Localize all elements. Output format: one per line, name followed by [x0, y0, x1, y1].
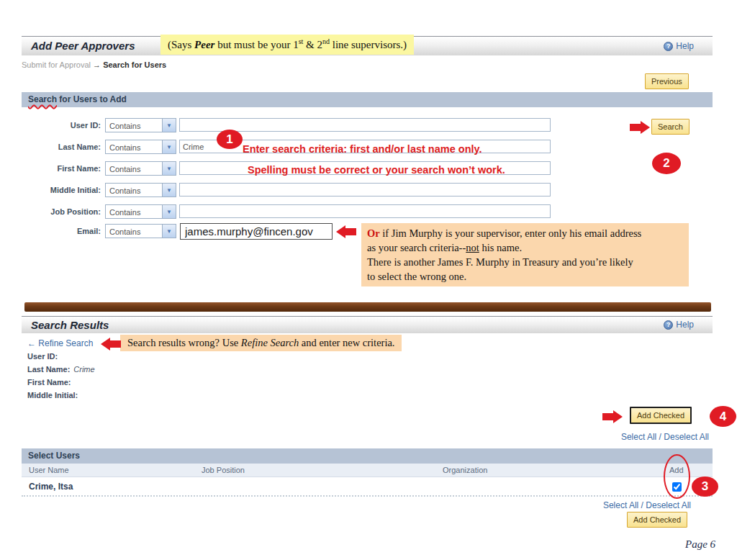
- email-operator-select[interactable]: Contains ▼: [105, 224, 176, 238]
- field-label-job-position: Job Position:: [22, 207, 101, 216]
- chevron-down-icon: ▼: [162, 119, 176, 132]
- results-title-bar: Search Results ? Help: [22, 316, 713, 333]
- field-label-user-id: User ID:: [22, 121, 101, 130]
- table-row: Crime, Itsa: [22, 477, 713, 496]
- criteria-first-name: First Name:: [27, 378, 75, 387]
- slide-divider-bar: [24, 302, 711, 312]
- section-title-first-word: Search: [28, 94, 57, 104]
- last-name-operator-select[interactable]: Contains ▼: [105, 140, 176, 154]
- checkbox-circle-annotation: [664, 454, 690, 499]
- page-number: Page 6: [685, 538, 715, 551]
- job-position-operator-select[interactable]: Contains ▼: [105, 204, 176, 219]
- select-all-link[interactable]: Select All: [621, 432, 656, 442]
- step-3-badge: 3: [692, 477, 718, 497]
- add-checked-button-top[interactable]: Add Checked: [630, 407, 692, 424]
- criteria-last-name: Last Name:Crime: [27, 365, 95, 374]
- middle-initial-operator-select[interactable]: Contains ▼: [105, 183, 176, 197]
- help-icon: ?: [664, 320, 673, 330]
- criteria-middle-initial: Middle Initial:: [27, 391, 81, 399]
- email-arrow-annotation: [336, 225, 356, 238]
- section-title-rest: for Users to Add: [57, 94, 127, 104]
- criteria-user-id: User ID:: [27, 352, 61, 361]
- breadcrumb-parent: Submit for Approval: [22, 60, 91, 69]
- middle-initial-input[interactable]: [179, 183, 551, 197]
- field-label-first-name: First Name:: [22, 164, 101, 173]
- col-header-user-name: User Name: [29, 466, 69, 474]
- help-label: Help: [676, 41, 694, 51]
- email-input[interactable]: [180, 223, 333, 240]
- chevron-down-icon: ▼: [162, 140, 176, 153]
- page-title: Add Peer Approvers: [31, 40, 135, 52]
- user-id-input[interactable]: [179, 118, 551, 132]
- search-users-section-header: Search for Users to Add: [22, 92, 713, 107]
- select-all-link[interactable]: Select All: [603, 500, 638, 510]
- link-separator: /: [638, 500, 646, 510]
- chevron-down-icon: ▼: [162, 162, 176, 175]
- search-button[interactable]: Search: [651, 119, 689, 135]
- help-icon: ?: [664, 42, 673, 51]
- results-help-link[interactable]: ? Help: [664, 320, 694, 330]
- step-1-badge: 1: [217, 130, 243, 149]
- deselect-all-link[interactable]: Deselect All: [664, 432, 709, 442]
- field-label-middle-initial: Middle Initial:: [22, 186, 101, 194]
- select-links-bottom: Select All / Deselect All: [576, 500, 691, 510]
- slide-canvas: Add Peer Approvers ? Help (Says Peer but…: [0, 0, 737, 560]
- email-supervisor-annotation: Or if Jim Murphy is your supervisor, ent…: [361, 223, 689, 286]
- help-label: Help: [676, 320, 694, 330]
- step-2-badge: 2: [652, 153, 681, 174]
- refine-search-annotation: Search results wrong? Use Refine Search …: [120, 335, 402, 351]
- refine-search-link[interactable]: ← Refine Search: [27, 338, 93, 348]
- first-name-operator-select[interactable]: Contains ▼: [105, 161, 176, 176]
- select-links-top: Select All / Deselect All: [594, 432, 709, 442]
- job-position-input[interactable]: [179, 204, 551, 218]
- results-title: Search Results: [31, 319, 109, 331]
- breadcrumb-arrow: →: [93, 60, 101, 69]
- chevron-down-icon: ▼: [162, 205, 176, 218]
- deselect-all-link[interactable]: Deselect All: [646, 500, 691, 510]
- help-link[interactable]: ? Help: [664, 41, 694, 51]
- row-separator: [22, 495, 713, 497]
- results-table-header-row: User Name Job Position Organization Add: [22, 464, 713, 477]
- add-checked-arrow-annotation: [602, 410, 623, 423]
- search-arrow-annotation: [630, 121, 650, 134]
- previous-button[interactable]: Previous: [645, 73, 689, 89]
- step-4-badge: 4: [710, 406, 736, 427]
- field-label-email: Email:: [22, 227, 101, 235]
- col-header-job-position: Job Position: [202, 466, 245, 474]
- add-checked-button-bottom[interactable]: Add Checked: [627, 512, 687, 528]
- peer-supervisors-annotation: (Says Peer but must be your 1st & 2nd li…: [160, 35, 414, 55]
- select-users-section-header: Select Users: [22, 448, 713, 464]
- field-label-last-name: Last Name:: [22, 143, 101, 151]
- col-header-organization: Organization: [443, 466, 487, 474]
- breadcrumb-current: Search for Users: [103, 60, 166, 69]
- link-separator: /: [656, 432, 664, 442]
- cell-user-name: Crime, Itsa: [29, 482, 73, 492]
- refine-arrow-annotation: [101, 338, 121, 351]
- criteria-annotation-line1: Enter search criteria: first and/or last…: [243, 143, 482, 155]
- user-id-operator-select[interactable]: Contains ▼: [105, 118, 176, 132]
- breadcrumb: Submit for Approval → Search for Users: [22, 60, 166, 69]
- chevron-down-icon: ▼: [162, 184, 176, 197]
- criteria-annotation-line2: Spelling must be correct or your search …: [248, 164, 505, 176]
- chevron-down-icon: ▼: [162, 225, 176, 238]
